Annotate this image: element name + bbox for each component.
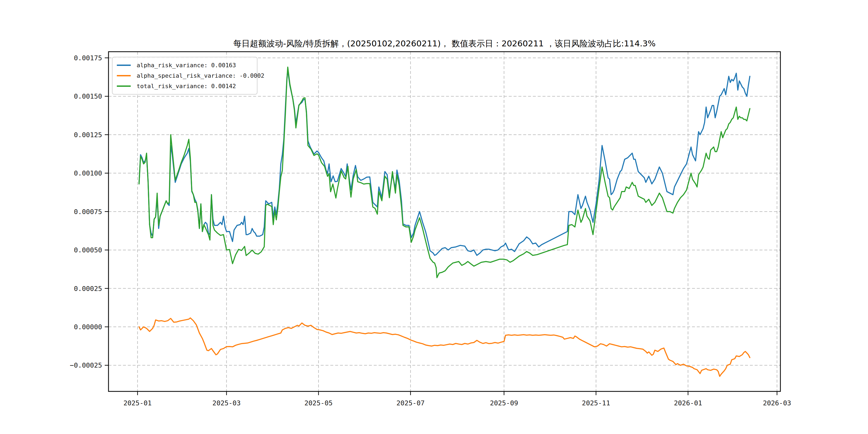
x-tick-label: 2025-11 <box>582 399 610 407</box>
x-tick-label: 2025-05 <box>304 399 333 407</box>
legend-item: alpha_special_risk_variance: -0.0002 <box>113 70 257 81</box>
series-line-total_risk_variance <box>139 67 750 278</box>
y-tick-label: 0.00125 <box>74 131 102 139</box>
y-tick-label: −0.00025 <box>70 362 102 369</box>
legend-line-swatch-green <box>117 86 131 87</box>
legend-line-swatch-orange <box>117 75 131 76</box>
y-tick-label: 0.00050 <box>74 246 102 254</box>
y-tick-label: 0.00025 <box>74 285 102 292</box>
x-tick-label: 2025-01 <box>124 399 152 407</box>
chart-figure: 每日超额波动-风险/特质拆解，(20250102,20260211)， 数值表示… <box>0 0 868 434</box>
legend-line-swatch-blue <box>117 65 131 66</box>
y-tick-label: 0.00100 <box>74 169 102 177</box>
x-tick-label: 2026-03 <box>763 399 791 407</box>
y-tick-label: 0.00150 <box>74 92 102 100</box>
legend-item-label: alpha_special_risk_variance: -0.0002 <box>136 72 265 79</box>
legend-item: total_risk_variance: 0.00142 <box>113 81 257 91</box>
x-tick-label: 2025-03 <box>212 399 241 407</box>
x-tick-label: 2025-07 <box>397 399 425 407</box>
y-tick-label: 0.00075 <box>74 208 102 216</box>
x-tick-label: 2025-09 <box>490 399 518 407</box>
y-tick-label: 0.00000 <box>74 323 102 331</box>
legend-item-label: total_risk_variance: 0.00142 <box>136 83 236 90</box>
legend-item: alpha_risk_variance: 0.00163 <box>113 60 257 70</box>
series-line-alpha_risk_variance <box>139 70 750 255</box>
axes-frame <box>108 52 780 392</box>
x-tick-label: 2026-01 <box>674 399 702 407</box>
legend: alpha_risk_variance: 0.00163 alpha_speci… <box>112 57 257 95</box>
y-tick-label: 0.00175 <box>74 54 102 62</box>
legend-item-label: alpha_risk_variance: 0.00163 <box>136 62 236 69</box>
